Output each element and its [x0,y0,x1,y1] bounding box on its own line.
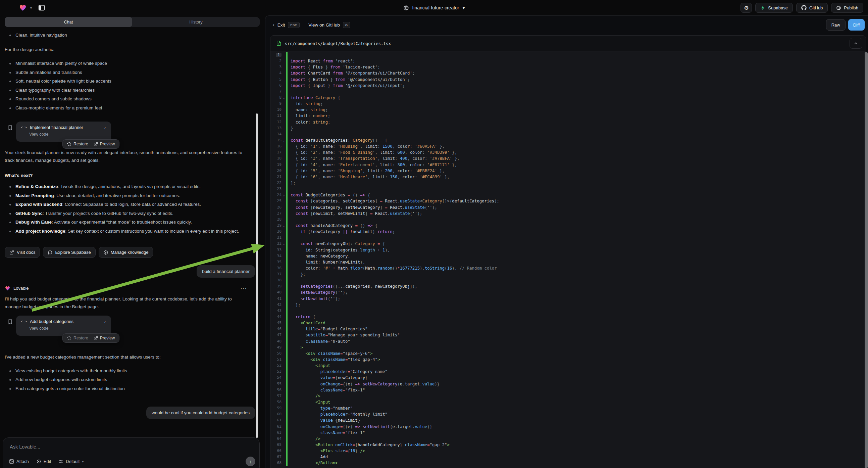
code-line: 27 const [newLimit, setNewLimit] = React… [271,210,866,216]
lovable-logo-icon[interactable] [19,4,27,12]
diff-toggle-button[interactable]: Diff [848,19,865,31]
chevron-right-icon: › [104,319,106,324]
visit-docs-button[interactable]: Visit docs [5,247,40,258]
version-block-implement: < > Implement financial planner › View c… [5,121,255,142]
gear-icon: ⚙ [744,5,749,11]
project-name: financial-future-creator [412,5,459,10]
list-item: Rounded corners and subtle shadows [5,95,255,104]
view-on-github-button[interactable]: View on GitHub G [308,22,350,28]
image-icon [9,459,14,464]
raw-toggle-button[interactable]: Raw [826,19,845,31]
list-item: Soft, neutral color palette with light b… [5,77,255,86]
chat-bubble-icon [48,250,52,255]
bookmark-icon[interactable] [7,319,13,325]
exit-button[interactable]: ‹ Exit ESC [273,22,300,28]
code-editor[interactable]: 12import React from 'react';3import { Pl… [271,51,866,466]
code-line: 44 return ( [271,314,866,320]
chat-scrollbar[interactable] [256,114,258,438]
code-line: 40 setNewCategory(''); [271,289,866,295]
code-line: 63 className="flex-1" [271,430,866,436]
version-title: Add budget categories [30,319,104,324]
code-line: 67 Add [271,454,866,460]
code-line: 59 type="number" [271,405,866,411]
preview-button[interactable]: Preview [94,336,115,341]
assistant-header: Lovable ··· [5,285,255,291]
code-brackets-icon: < > [21,125,27,129]
logo-chevron-down-icon[interactable]: ▾ [30,6,32,10]
restore-icon [67,336,71,341]
chat-panel: Chat History Clean, intuitive navigation… [0,16,265,468]
user-message: would be cool if you could add budget ca… [146,407,255,419]
code-line: 35 limit: Number(newLimit), [271,259,866,265]
send-button[interactable]: ↑ [246,457,255,466]
version-card-implement[interactable]: < > Implement financial planner › View c… [16,121,111,142]
code-view-panel: ‹ Exit ESC View on GitHub G Raw Diff [265,16,868,468]
code-line: 60 placeholder="Monthly limit" [271,411,866,417]
code-line: 65 <Button onClick={handleAddCategory} c… [271,442,866,448]
project-menu[interactable]: financial-future-creator ▾ [403,5,465,11]
code-line: 23 [271,186,866,192]
message-menu-icon[interactable]: ··· [241,286,255,291]
bookmark-icon[interactable] [7,125,13,130]
chat-input[interactable] [10,444,254,449]
code-brackets-icon: < > [21,319,27,324]
github-icon [801,5,807,10]
code-line: 2import React from 'react'; [271,58,866,64]
code-line: 34 name: newCategory, [271,253,866,259]
view-code-link[interactable]: View code [29,326,106,331]
file-header[interactable]: src/components/budget/BudgetCategories.t… [271,36,866,51]
version-title: Implement financial planner [30,125,104,130]
user-message: build a financial planner [197,265,255,277]
list-item: Refine & Customize: Tweak the design, an… [5,182,255,192]
manage-knowledge-button[interactable]: Manage knowledge [99,247,153,258]
code-line: 37 }; [271,271,866,277]
code-line: 47 subtitle="Manage your spending limits… [271,332,866,338]
code-scrollbar[interactable] [865,52,868,468]
publish-globe-icon [836,5,841,10]
mode-select[interactable]: Default ▾ [58,459,84,464]
code-line: 30 if (!newCategory || !newLimit) return… [271,229,866,235]
code-line: 12 color: string; [271,119,866,125]
publish-button[interactable]: Publish [831,3,863,13]
code-line: 9 id: string; [271,101,866,107]
settings-button[interactable]: ⚙ [741,3,752,13]
attach-button[interactable]: Attach [9,459,29,464]
edit-button[interactable]: Edit [36,459,51,464]
version-card-add-categories[interactable]: < > Add budget categories › View code [16,316,111,336]
code-line: 19 { id: '4', name: 'Entertainment', lim… [271,162,866,168]
chevron-left-icon: ‹ [273,22,275,28]
preview-button[interactable]: Preview [94,142,115,146]
code-line: 29⌄ const handleAddCategory = () => { [271,223,866,229]
restore-button[interactable]: Restore [67,142,88,146]
list-item: Subtle animations and transitions [5,68,255,77]
list-item: Add project knowledge: Set key context o… [5,227,255,236]
supabase-button[interactable]: Supabase [755,3,793,13]
code-line: 1 [271,52,866,58]
lovable-editor-window: ▾ financial-future-creator ▾ ⚙ [0,0,868,468]
code-line: 20 { id: '5', name: 'Shopping', limit: 2… [271,168,866,174]
tab-history[interactable]: History [132,17,260,27]
restore-button[interactable]: Restore [67,336,88,341]
code-line: 7 [271,89,866,95]
code-line: 32⌄ const newCategoryObj: Category = { [271,241,866,247]
github-button[interactable]: GitHub [796,3,828,13]
list-item: Master Prompting: Use clear, detailed, a… [5,192,255,200]
file-diff-icon [276,40,281,46]
code-line: 48 className="h-auto" [271,339,866,345]
esc-kbd-badge: ESC [288,22,300,28]
code-line: 5import { Button } from '@/components/ui… [271,77,866,83]
code-line: 52 <Input [271,362,866,369]
quick-actions: Visit docs Explore Supabase Manage knowl… [5,247,255,258]
sidebar-toggle-icon[interactable] [38,4,45,11]
explore-supabase-button[interactable]: Explore Supabase [43,247,95,258]
tab-chat[interactable]: Chat [5,17,132,27]
list-item: View existing budget categories with the… [5,367,255,376]
whats-next-heading: What's next? [5,173,255,178]
assistant-name: Lovable [13,286,29,291]
view-code-link[interactable]: View code [29,132,106,137]
assistant-message: I'll help you add budget categories to t… [5,295,255,311]
project-chevron-down-icon: ▾ [463,5,465,10]
collapse-file-button[interactable] [849,38,862,49]
list-item: GitHub Sync: Transfer your project's cod… [5,209,255,218]
chat-history-tabs: Chat History [5,17,260,27]
